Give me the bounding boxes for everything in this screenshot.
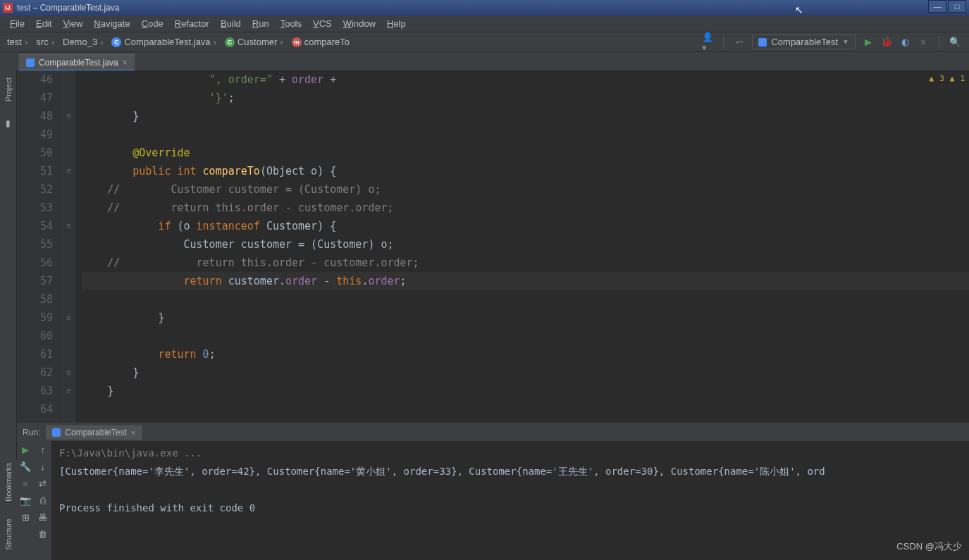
fold-marker[interactable]: ⊟ <box>63 309 74 327</box>
menu-run[interactable]: Run <box>247 17 275 30</box>
run-tab[interactable]: ComparableTest × <box>46 425 142 440</box>
editor-wrap: 46474849505152535455565758596061626364 ⊟… <box>17 70 969 560</box>
fold-marker[interactable] <box>63 235 74 254</box>
code-area[interactable]: ", order=" + order + '}'; } @Override pu… <box>75 70 969 423</box>
fold-marker[interactable] <box>63 125 74 144</box>
settings-icon[interactable]: 🔧 <box>17 458 35 475</box>
crumb-test[interactable]: test <box>4 37 33 47</box>
code-line[interactable] <box>82 125 969 144</box>
fold-marker[interactable] <box>63 199 74 217</box>
code-line[interactable]: } <box>82 309 969 327</box>
fold-marker[interactable] <box>63 290 74 309</box>
debug-button[interactable]: 🐞 <box>881 37 892 48</box>
fold-marker[interactable]: ⊟ <box>63 382 74 400</box>
code-line[interactable] <box>82 327 969 345</box>
down-icon[interactable]: ↓ <box>35 458 52 475</box>
code-line[interactable]: return customer.order - this.order; <box>82 272 969 290</box>
user-icon[interactable]: 👤▾ <box>702 37 713 48</box>
code-line[interactable]: } <box>82 363 969 382</box>
code-line[interactable]: // return this.order - customer.order; <box>82 199 969 217</box>
dump-icon[interactable]: 📷 <box>17 492 35 509</box>
print-icon[interactable]: 🖶 <box>35 509 52 525</box>
fold-marker[interactable]: ⊟ <box>63 107 74 125</box>
up-icon[interactable]: ↑ <box>35 441 52 458</box>
run-tool-window: Run: ComparableTest × ▶↑ 🔧↓ ■⇄ 📷⎙ ⊞🖶 🗑 F… <box>17 423 969 560</box>
fold-marker[interactable]: ⊟ <box>63 162 74 180</box>
tool-bookmarks[interactable]: Bookmarks <box>4 460 13 504</box>
crumb-src[interactable]: src <box>33 37 60 47</box>
inspection-summary[interactable]: ▲3 ▲1 <box>927 70 969 87</box>
minimize-button[interactable]: — <box>928 0 946 13</box>
build-icon[interactable]: ⤺ <box>734 37 745 48</box>
run-console[interactable]: F:\Java\bin\java.exe ...[Customer{name='… <box>52 441 969 560</box>
crumb-compareto[interactable]: mcompareTo <box>289 37 358 47</box>
fold-marker[interactable] <box>63 254 74 272</box>
crumb-customer[interactable]: CCustomer <box>222 37 289 47</box>
menu-vcs[interactable]: VCS <box>307 17 338 30</box>
menu-window[interactable]: Window <box>338 17 381 30</box>
soft-wrap-icon[interactable]: ⇄ <box>35 475 52 492</box>
code-line[interactable]: ", order=" + order + <box>82 70 969 89</box>
crumb-label: compareTo <box>304 37 350 47</box>
scroll-icon[interactable]: ⎙ <box>35 492 52 509</box>
run-config-selector[interactable]: ComparableTest ▼ <box>752 35 856 49</box>
menu-build[interactable]: Build <box>215 17 247 30</box>
console-line <box>59 480 962 499</box>
fold-marker[interactable] <box>63 272 74 290</box>
crumb-comparabletest-java[interactable]: CComparableTest.java <box>109 37 221 47</box>
fold-marker[interactable]: ⊟ <box>63 363 74 382</box>
editor[interactable]: 46474849505152535455565758596061626364 ⊟… <box>17 70 969 423</box>
window-controls: — □ <box>927 0 966 13</box>
maximize-button[interactable]: □ <box>948 0 966 13</box>
code-line[interactable] <box>82 290 969 309</box>
fold-marker[interactable] <box>63 180 74 199</box>
fold-marker[interactable] <box>63 70 74 89</box>
fold-marker[interactable] <box>63 327 74 345</box>
close-run-tab-icon[interactable]: × <box>131 428 135 437</box>
menu-refactor[interactable]: Refactor <box>169 17 215 30</box>
code-line[interactable]: Customer customer = (Customer) o; <box>82 235 969 254</box>
line-number: 47 <box>17 89 53 107</box>
code-line[interactable] <box>82 400 969 418</box>
search-icon[interactable]: 🔍 <box>949 37 961 48</box>
crumb-demo_3[interactable]: Demo_3 <box>60 37 109 47</box>
trash-icon[interactable]: 🗑 <box>35 525 52 542</box>
menu-file[interactable]: File <box>4 17 30 30</box>
filter-icon[interactable] <box>17 525 35 542</box>
code-line[interactable]: if (o instanceof Customer) { <box>82 217 969 235</box>
code-line[interactable]: } <box>82 382 969 400</box>
fold-marker[interactable] <box>63 345 74 363</box>
fold-marker[interactable]: ⊟ <box>63 217 74 235</box>
stop-run-icon[interactable]: ■ <box>17 475 35 492</box>
rerun-icon[interactable]: ▶ <box>17 441 35 458</box>
menu-code[interactable]: Code <box>136 17 169 30</box>
menu-navigate[interactable]: Navigate <box>88 17 135 30</box>
crumb-icon: m <box>292 37 302 47</box>
fold-marker[interactable] <box>63 144 74 162</box>
fold-marker[interactable] <box>63 400 74 418</box>
code-line[interactable]: // Customer customer = (Customer) o; <box>82 180 969 199</box>
menu-help[interactable]: Help <box>381 17 412 30</box>
code-line[interactable]: '}'; <box>82 89 969 107</box>
menu-tools[interactable]: Tools <box>275 17 307 30</box>
code-line[interactable]: // return this.order - customer.order; <box>82 254 969 272</box>
run-config-label: ComparableTest <box>771 37 838 47</box>
warning-count-3: 3 <box>939 70 944 88</box>
folder-icon[interactable]: ▮ <box>6 118 11 128</box>
run-button[interactable]: ▶ <box>863 37 874 48</box>
code-line[interactable]: public int compareTo(Object o) { <box>82 162 969 180</box>
editor-tab-comparabletest[interactable]: ComparableTest.java × <box>18 54 135 70</box>
stop-button[interactable]: ■ <box>918 37 929 48</box>
code-line[interactable]: return 0; <box>82 345 969 363</box>
code-line[interactable]: @Override <box>82 144 969 162</box>
tool-project[interactable]: Project <box>4 75 13 104</box>
menu-view[interactable]: View <box>57 17 88 30</box>
menu-edit[interactable]: Edit <box>30 17 57 30</box>
warning-count-1: 1 <box>960 70 965 88</box>
close-tab-icon[interactable]: × <box>123 58 128 68</box>
layout-icon[interactable]: ⊞ <box>17 509 35 525</box>
code-line[interactable]: } <box>82 107 969 125</box>
fold-marker[interactable] <box>63 89 74 107</box>
tool-structure[interactable]: Structure <box>4 516 13 553</box>
coverage-button[interactable]: ◐ <box>899 37 911 48</box>
